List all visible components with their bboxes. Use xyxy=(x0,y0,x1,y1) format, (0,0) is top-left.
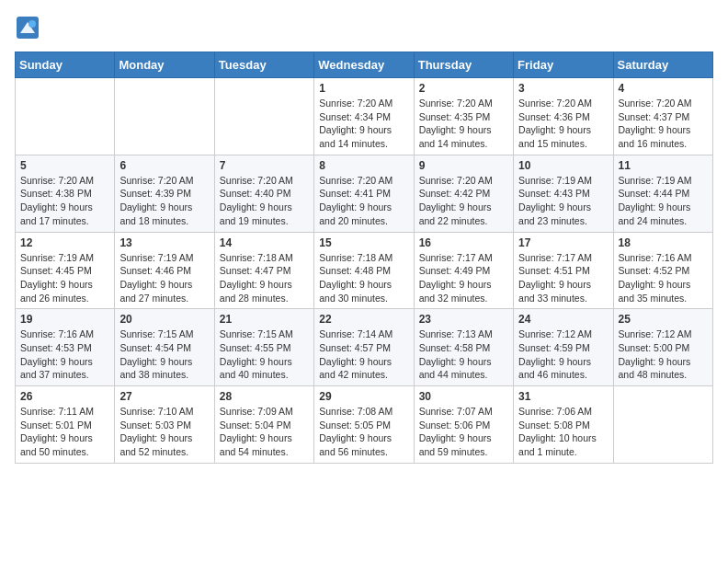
day-number: 5 xyxy=(20,159,109,172)
day-info: Sunrise: 7:15 AM Sunset: 4:55 PM Dayligh… xyxy=(220,327,309,382)
logo xyxy=(15,15,44,40)
day-info: Sunrise: 7:08 AM Sunset: 5:05 PM Dayligh… xyxy=(319,405,408,459)
day-info: Sunrise: 7:12 AM Sunset: 4:59 PM Dayligh… xyxy=(518,327,608,382)
calendar-cell: 25Sunrise: 7:12 AM Sunset: 5:00 PM Dayli… xyxy=(613,309,712,386)
day-info: Sunrise: 7:19 AM Sunset: 4:45 PM Dayligh… xyxy=(20,251,109,305)
day-number: 30 xyxy=(419,390,508,403)
calendar-week-row: 1Sunrise: 7:20 AM Sunset: 4:34 PM Daylig… xyxy=(16,78,713,155)
calendar-cell: 8Sunrise: 7:20 AM Sunset: 4:41 PM Daylig… xyxy=(314,155,414,232)
day-header-sunday: Sunday xyxy=(16,52,115,78)
day-number: 17 xyxy=(518,236,608,249)
calendar-cell: 9Sunrise: 7:20 AM Sunset: 4:42 PM Daylig… xyxy=(414,155,513,232)
calendar-cell: 15Sunrise: 7:18 AM Sunset: 4:48 PM Dayli… xyxy=(314,232,414,309)
calendar-week-row: 5Sunrise: 7:20 AM Sunset: 4:38 PM Daylig… xyxy=(16,155,713,232)
calendar-cell: 20Sunrise: 7:15 AM Sunset: 4:54 PM Dayli… xyxy=(115,309,214,386)
calendar-cell: 14Sunrise: 7:18 AM Sunset: 4:47 PM Dayli… xyxy=(214,232,313,309)
calendar-cell: 2Sunrise: 7:20 AM Sunset: 4:35 PM Daylig… xyxy=(414,78,513,155)
day-info: Sunrise: 7:16 AM Sunset: 4:52 PM Dayligh… xyxy=(619,251,708,305)
calendar-cell: 27Sunrise: 7:10 AM Sunset: 5:03 PM Dayli… xyxy=(115,386,214,464)
calendar-cell: 18Sunrise: 7:16 AM Sunset: 4:52 PM Dayli… xyxy=(613,232,712,309)
calendar-week-row: 19Sunrise: 7:16 AM Sunset: 4:53 PM Dayli… xyxy=(16,309,713,386)
day-number: 21 xyxy=(220,313,309,326)
day-number: 15 xyxy=(319,236,408,249)
calendar-cell: 6Sunrise: 7:20 AM Sunset: 4:39 PM Daylig… xyxy=(115,155,214,232)
day-info: Sunrise: 7:17 AM Sunset: 4:49 PM Dayligh… xyxy=(419,251,508,305)
calendar-cell xyxy=(613,386,712,464)
day-header-monday: Monday xyxy=(115,52,214,78)
day-info: Sunrise: 7:20 AM Sunset: 4:35 PM Dayligh… xyxy=(419,97,508,151)
calendar-cell: 26Sunrise: 7:11 AM Sunset: 5:01 PM Dayli… xyxy=(16,386,115,464)
calendar-cell: 29Sunrise: 7:08 AM Sunset: 5:05 PM Dayli… xyxy=(314,386,414,464)
day-number: 28 xyxy=(220,390,309,403)
day-number: 4 xyxy=(619,82,708,95)
day-header-tuesday: Tuesday xyxy=(214,52,313,78)
day-number: 14 xyxy=(220,236,309,249)
day-number: 19 xyxy=(20,313,109,326)
calendar-cell: 11Sunrise: 7:19 AM Sunset: 4:44 PM Dayli… xyxy=(613,155,712,232)
day-info: Sunrise: 7:20 AM Sunset: 4:37 PM Dayligh… xyxy=(619,97,708,151)
logo-icon xyxy=(15,15,40,40)
calendar-cell: 21Sunrise: 7:15 AM Sunset: 4:55 PM Dayli… xyxy=(214,309,313,386)
day-info: Sunrise: 7:12 AM Sunset: 5:00 PM Dayligh… xyxy=(619,327,708,382)
calendar-cell: 12Sunrise: 7:19 AM Sunset: 4:45 PM Dayli… xyxy=(16,232,115,309)
calendar-week-row: 26Sunrise: 7:11 AM Sunset: 5:01 PM Dayli… xyxy=(16,386,713,464)
day-number: 11 xyxy=(619,159,708,172)
day-info: Sunrise: 7:20 AM Sunset: 4:39 PM Dayligh… xyxy=(119,174,209,228)
day-info: Sunrise: 7:20 AM Sunset: 4:38 PM Dayligh… xyxy=(20,174,109,228)
day-info: Sunrise: 7:15 AM Sunset: 4:54 PM Dayligh… xyxy=(119,327,209,382)
calendar-cell: 31Sunrise: 7:06 AM Sunset: 5:08 PM Dayli… xyxy=(514,386,613,464)
day-number: 7 xyxy=(220,159,309,172)
day-header-wednesday: Wednesday xyxy=(314,52,414,78)
calendar-cell: 7Sunrise: 7:20 AM Sunset: 4:40 PM Daylig… xyxy=(214,155,313,232)
calendar-cell: 19Sunrise: 7:16 AM Sunset: 4:53 PM Dayli… xyxy=(16,309,115,386)
day-number: 13 xyxy=(119,236,209,249)
day-info: Sunrise: 7:13 AM Sunset: 4:58 PM Dayligh… xyxy=(419,327,508,382)
calendar-week-row: 12Sunrise: 7:19 AM Sunset: 4:45 PM Dayli… xyxy=(16,232,713,309)
calendar-cell: 3Sunrise: 7:20 AM Sunset: 4:36 PM Daylig… xyxy=(514,78,613,155)
day-number: 26 xyxy=(20,390,109,403)
day-info: Sunrise: 7:09 AM Sunset: 5:04 PM Dayligh… xyxy=(220,405,309,459)
day-number: 6 xyxy=(119,159,209,172)
day-number: 22 xyxy=(319,313,408,326)
calendar-cell: 10Sunrise: 7:19 AM Sunset: 4:43 PM Dayli… xyxy=(514,155,613,232)
day-number: 25 xyxy=(619,313,708,326)
day-number: 27 xyxy=(119,390,209,403)
day-info: Sunrise: 7:20 AM Sunset: 4:42 PM Dayligh… xyxy=(419,174,508,228)
day-header-thursday: Thursday xyxy=(414,52,513,78)
day-info: Sunrise: 7:17 AM Sunset: 4:51 PM Dayligh… xyxy=(518,251,608,305)
day-number: 10 xyxy=(518,159,608,172)
day-info: Sunrise: 7:10 AM Sunset: 5:03 PM Dayligh… xyxy=(119,405,209,459)
day-info: Sunrise: 7:11 AM Sunset: 5:01 PM Dayligh… xyxy=(20,405,109,459)
day-info: Sunrise: 7:19 AM Sunset: 4:44 PM Dayligh… xyxy=(619,174,708,228)
day-number: 1 xyxy=(319,82,408,95)
day-header-friday: Friday xyxy=(514,52,613,78)
day-header-saturday: Saturday xyxy=(613,52,712,78)
day-info: Sunrise: 7:20 AM Sunset: 4:40 PM Dayligh… xyxy=(220,174,309,228)
day-number: 16 xyxy=(419,236,508,249)
calendar-cell: 28Sunrise: 7:09 AM Sunset: 5:04 PM Dayli… xyxy=(214,386,313,464)
day-info: Sunrise: 7:19 AM Sunset: 4:43 PM Dayligh… xyxy=(518,174,608,228)
day-info: Sunrise: 7:07 AM Sunset: 5:06 PM Dayligh… xyxy=(419,405,508,459)
day-number: 23 xyxy=(419,313,508,326)
day-number: 3 xyxy=(518,82,608,95)
calendar-cell: 5Sunrise: 7:20 AM Sunset: 4:38 PM Daylig… xyxy=(16,155,115,232)
calendar-cell: 30Sunrise: 7:07 AM Sunset: 5:06 PM Dayli… xyxy=(414,386,513,464)
day-info: Sunrise: 7:18 AM Sunset: 4:47 PM Dayligh… xyxy=(220,251,309,305)
day-info: Sunrise: 7:19 AM Sunset: 4:46 PM Dayligh… xyxy=(119,251,209,305)
day-number: 31 xyxy=(518,390,608,403)
day-info: Sunrise: 7:20 AM Sunset: 4:34 PM Dayligh… xyxy=(319,97,408,151)
day-info: Sunrise: 7:20 AM Sunset: 4:41 PM Dayligh… xyxy=(319,174,408,228)
calendar-cell: 16Sunrise: 7:17 AM Sunset: 4:49 PM Dayli… xyxy=(414,232,513,309)
calendar-cell xyxy=(214,78,313,155)
calendar-cell xyxy=(16,78,115,155)
calendar-cell: 4Sunrise: 7:20 AM Sunset: 4:37 PM Daylig… xyxy=(613,78,712,155)
day-number: 18 xyxy=(619,236,708,249)
day-number: 2 xyxy=(419,82,508,95)
calendar-cell: 22Sunrise: 7:14 AM Sunset: 4:57 PM Dayli… xyxy=(314,309,414,386)
calendar-cell: 1Sunrise: 7:20 AM Sunset: 4:34 PM Daylig… xyxy=(314,78,414,155)
calendar-header-row: SundayMondayTuesdayWednesdayThursdayFrid… xyxy=(16,52,713,78)
calendar-cell: 23Sunrise: 7:13 AM Sunset: 4:58 PM Dayli… xyxy=(414,309,513,386)
day-info: Sunrise: 7:18 AM Sunset: 4:48 PM Dayligh… xyxy=(319,251,408,305)
day-info: Sunrise: 7:06 AM Sunset: 5:08 PM Dayligh… xyxy=(518,405,608,459)
day-info: Sunrise: 7:14 AM Sunset: 4:57 PM Dayligh… xyxy=(319,327,408,382)
